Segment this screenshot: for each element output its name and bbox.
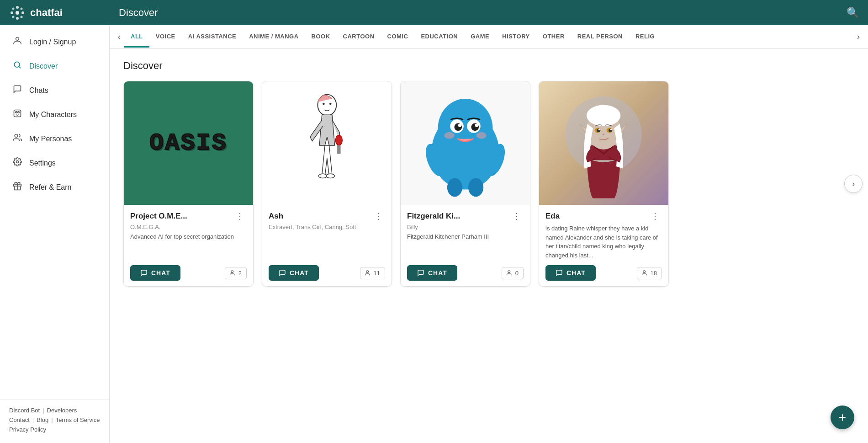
followers-badge-omega: 2 — [225, 267, 247, 279]
character-icon — [12, 109, 23, 120]
svg-point-41 — [508, 271, 510, 273]
cat-prev-arrow[interactable]: ‹ — [114, 30, 124, 43]
sidebar-item-characters[interactable]: My Characters — [3, 103, 106, 126]
card-image-oasis: OASIS — [124, 81, 253, 205]
card-ash: Ash ⋮ Extravert, Trans Girl, Caring, Sof… — [262, 81, 392, 287]
card-footer-ash: CHAT 11 — [262, 260, 392, 286]
cat-voice[interactable]: VOICE — [149, 27, 182, 48]
followers-count-omega: 2 — [238, 270, 242, 277]
svg-point-24 — [323, 103, 325, 105]
card-desc-ash — [269, 232, 385, 251]
svg-point-38 — [475, 124, 478, 127]
create-fab-button[interactable]: + — [831, 406, 854, 429]
chat-btn-label-eda: CHAT — [566, 269, 586, 277]
cards-container: OASIS Project O.M.E... ⋮ O.M.E.G.A. Adva… — [123, 81, 854, 287]
card-menu-fitz[interactable]: ⋮ — [510, 210, 524, 222]
cat-cartoon[interactable]: CARTOON — [337, 27, 381, 48]
sidebar-item-settings[interactable]: Settings — [3, 151, 106, 175]
followers-icon-eda — [642, 270, 648, 276]
app-layout: Login / Signup Discover Chats My Charact… — [0, 25, 868, 443]
svg-point-3 — [11, 11, 13, 14]
category-list: ALL VOICE AI ASSISTANCE ANIME / MANGA BO… — [124, 27, 853, 48]
svg-rect-11 — [14, 110, 21, 117]
footer-developers[interactable]: Developers — [47, 407, 77, 414]
card-menu-ash[interactable]: ⋮ — [371, 210, 385, 222]
cat-history[interactable]: HISTORY — [496, 27, 536, 48]
sidebar-item-discover[interactable]: Discover — [3, 54, 106, 78]
svg-point-37 — [458, 124, 461, 127]
card-creator-fitz: Billy — [407, 224, 524, 230]
card-footer-eda: CHAT 18 — [539, 260, 668, 286]
cat-game[interactable]: GAME — [464, 27, 496, 48]
cat-book[interactable]: BOOK — [305, 27, 337, 48]
sidebar: Login / Signup Discover Chats My Charact… — [0, 25, 110, 443]
followers-badge-ash: 11 — [360, 267, 385, 279]
discover-icon — [12, 60, 23, 72]
followers-icon-fitz — [507, 270, 513, 276]
sidebar-footer: Discord Bot | Developers Contact | Blog … — [0, 399, 109, 443]
sidebar-label-chats: Chats — [29, 86, 48, 95]
sidebar-label-discover: Discover — [29, 62, 58, 70]
footer-contact[interactable]: Contact — [9, 416, 30, 423]
sidebar-item-login[interactable]: Login / Signup — [3, 30, 106, 53]
svg-point-7 — [12, 16, 15, 18]
oasis-logo-text: OASIS — [149, 130, 228, 157]
cat-other[interactable]: OTHER — [536, 27, 571, 48]
section-title: Discover — [123, 60, 854, 72]
chat-button-omega[interactable]: CHAT — [130, 265, 180, 281]
fitzgerald-character-svg — [419, 88, 512, 198]
svg-point-1 — [16, 6, 19, 9]
svg-point-53 — [643, 271, 645, 273]
footer-terms[interactable]: Terms of Service — [56, 416, 100, 423]
footer-blog[interactable]: Blog — [37, 416, 48, 423]
svg-point-26 — [366, 271, 368, 273]
svg-point-14 — [15, 134, 18, 138]
cat-all[interactable]: ALL — [124, 27, 149, 48]
svg-point-13 — [18, 112, 19, 113]
logo-text: chatfai — [30, 7, 63, 19]
gift-icon — [12, 181, 23, 193]
footer-privacy[interactable]: Privacy Policy — [9, 426, 46, 433]
cards-next-button[interactable]: › — [844, 175, 863, 193]
cat-next-arrow[interactable]: › — [853, 30, 863, 43]
header-title: Discover — [119, 7, 847, 19]
footer-discord-bot[interactable]: Discord Bot — [9, 407, 40, 414]
card-menu-omega[interactable]: ⋮ — [233, 210, 247, 222]
cat-ai-assistance[interactable]: AI ASSISTANCE — [182, 27, 243, 48]
chat-button-eda[interactable]: CHAT — [545, 265, 596, 281]
discover-content: Discover OASIS Project O.M.E... ⋮ — [110, 49, 868, 443]
chat-btn-label-fitz: CHAT — [428, 269, 447, 277]
card-name-eda: Eda — [545, 212, 560, 221]
chat-btn-label-omega: CHAT — [151, 269, 170, 277]
card-creator-omega: O.M.E.G.A. — [130, 224, 247, 230]
search-icon[interactable]: 🔍 — [847, 7, 859, 19]
sidebar-item-chats[interactable]: Chats — [3, 79, 106, 102]
svg-point-32 — [468, 178, 483, 197]
sidebar-item-refer[interactable]: Refer & Earn — [3, 176, 106, 199]
chat-btn-label-ash: CHAT — [290, 269, 309, 277]
cat-anime-manga[interactable]: ANIME / MANGA — [243, 27, 305, 48]
cat-religious[interactable]: RELIG — [629, 27, 661, 48]
main-content: ‹ ALL VOICE AI ASSISTANCE ANIME / MANGA … — [110, 25, 868, 443]
sidebar-label-refer: Refer & Earn — [29, 183, 71, 192]
svg-point-51 — [598, 128, 600, 130]
chat-button-ash[interactable]: CHAT — [269, 265, 319, 281]
svg-point-20 — [335, 135, 342, 145]
followers-icon-ash — [365, 270, 371, 276]
sidebar-item-personas[interactable]: My Personas — [3, 127, 106, 150]
card-image-ash — [262, 81, 392, 205]
svg-point-52 — [610, 128, 612, 130]
cat-comic[interactable]: COMIC — [381, 27, 415, 48]
svg-point-2 — [16, 17, 19, 20]
cat-real-person[interactable]: REAL PERSON — [571, 27, 629, 48]
sidebar-label-login: Login / Signup — [29, 38, 76, 46]
cat-education[interactable]: EDUCATION — [414, 27, 464, 48]
logo-icon — [9, 5, 26, 21]
card-menu-eda[interactable]: ⋮ — [648, 210, 662, 222]
person-icon — [12, 36, 23, 48]
settings-icon — [12, 157, 23, 169]
svg-point-15 — [16, 161, 19, 163]
card-image-eda — [539, 81, 668, 205]
followers-count-ash: 11 — [374, 270, 380, 277]
chat-button-fitz[interactable]: CHAT — [407, 265, 457, 281]
